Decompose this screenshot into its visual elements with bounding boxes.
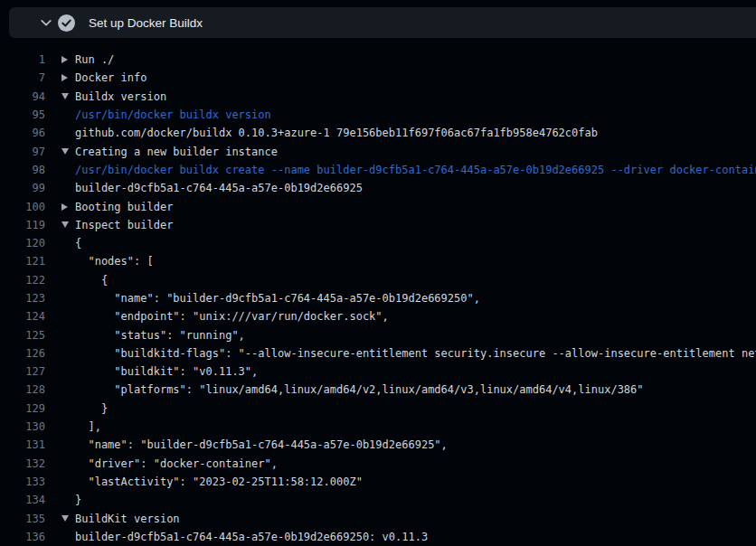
line-content: "buildkitd-flags": "--allow-insecure-ent… bbox=[61, 347, 756, 360]
log-group-header[interactable]: BuildKit version bbox=[61, 513, 180, 525]
line-number[interactable]: 136 bbox=[0, 531, 45, 543]
line-content: { bbox=[61, 237, 81, 249]
line-number[interactable]: 125 bbox=[0, 329, 45, 342]
log-line: 130 ], bbox=[0, 418, 756, 436]
group-expanded-icon bbox=[61, 148, 75, 155]
log-group-header[interactable]: Buildx version bbox=[61, 90, 166, 103]
line-content: "platforms": "linux/amd64,linux/amd64/v2… bbox=[61, 383, 644, 396]
log-line: 100 Booting builder bbox=[0, 197, 756, 215]
line-number[interactable]: 127 bbox=[0, 365, 45, 378]
line-number[interactable]: 98 bbox=[0, 164, 45, 176]
line-content: /usr/bin/docker buildx version bbox=[61, 108, 271, 121]
line-content: "name": "builder-d9cfb5a1-c764-445a-a57e… bbox=[61, 438, 448, 451]
log-group-header[interactable]: Run ./ bbox=[61, 53, 114, 66]
line-content: builder-d9cfb5a1-c764-445a-a57e-0b19d2e6… bbox=[61, 531, 428, 543]
log-line: 129 } bbox=[0, 400, 756, 418]
log-line: 136 builder-d9cfb5a1-c764-445a-a57e-0b19… bbox=[0, 528, 756, 546]
log-line: 97 Creating a new builder instance bbox=[0, 142, 756, 160]
line-number[interactable]: 7 bbox=[0, 71, 45, 84]
line-content: builder-d9cfb5a1-c764-445a-a57e-0b19d2e6… bbox=[61, 182, 363, 194]
line-number[interactable]: 129 bbox=[0, 402, 45, 415]
log-line: 94 Buildx version bbox=[0, 88, 756, 106]
log-line: 134 } bbox=[0, 491, 756, 509]
line-content: ], bbox=[61, 420, 101, 433]
line-content: /usr/bin/docker buildx create --name bui… bbox=[61, 164, 756, 176]
log-line: 121 "nodes": [ bbox=[0, 252, 756, 270]
log-line: 7 Docker info bbox=[0, 69, 756, 87]
line-number[interactable]: 1 bbox=[0, 53, 45, 66]
log-lines: 1 Run ./ 7 Docker info 94 Buildx version… bbox=[0, 43, 756, 546]
group-collapsed-icon bbox=[61, 74, 75, 81]
line-number[interactable]: 120 bbox=[0, 237, 45, 249]
line-number[interactable]: 97 bbox=[0, 146, 45, 158]
group-title: Creating a new builder instance bbox=[75, 146, 278, 158]
log-group-header[interactable]: Creating a new builder instance bbox=[61, 146, 278, 158]
line-content: "lastActivity": "2023-02-25T11:58:12.000… bbox=[61, 475, 363, 488]
group-title: Buildx version bbox=[75, 90, 166, 103]
line-number[interactable]: 95 bbox=[0, 108, 45, 121]
line-number[interactable]: 123 bbox=[0, 292, 45, 305]
log-line: 99 builder-d9cfb5a1-c764-445a-a57e-0b19d… bbox=[0, 179, 756, 197]
log-line: 124 "endpoint": "unix:///var/run/docker.… bbox=[0, 307, 756, 325]
line-number[interactable]: 99 bbox=[0, 182, 45, 194]
line-number[interactable]: 130 bbox=[0, 420, 45, 433]
log-line: 126 "buildkitd-flags": "--allow-insecure… bbox=[0, 344, 756, 362]
line-number[interactable]: 94 bbox=[0, 90, 45, 103]
line-number[interactable]: 132 bbox=[0, 457, 45, 470]
group-expanded-icon bbox=[61, 515, 75, 522]
group-collapsed-icon bbox=[61, 56, 75, 63]
log-line: 127 "buildkit": "v0.11.3", bbox=[0, 362, 756, 381]
line-content: "status": "running", bbox=[61, 329, 245, 342]
log-line: 135 BuildKit version bbox=[0, 509, 756, 527]
log-line: 96 github.com/docker/buildx 0.10.3+azure… bbox=[0, 124, 756, 142]
group-expanded-icon bbox=[61, 221, 75, 228]
line-content: { bbox=[61, 274, 108, 287]
log-line: 132 "driver": "docker-container", bbox=[0, 455, 756, 473]
chevron-down-icon[interactable] bbox=[40, 16, 52, 29]
log-group-header[interactable]: Booting builder bbox=[61, 201, 173, 213]
log-line: 128 "platforms": "linux/amd64,linux/amd6… bbox=[0, 381, 756, 399]
line-number[interactable]: 122 bbox=[0, 274, 45, 287]
line-content: "endpoint": "unix:///var/run/docker.sock… bbox=[61, 310, 389, 323]
line-content: github.com/docker/buildx 0.10.3+azure-1 … bbox=[61, 127, 598, 139]
log-line: 119 Inspect builder bbox=[0, 216, 756, 234]
line-content: "nodes": [ bbox=[61, 255, 154, 268]
log-line: 120 { bbox=[0, 234, 756, 252]
group-expanded-icon bbox=[61, 93, 75, 99]
log-line: 125 "status": "running", bbox=[0, 325, 756, 344]
line-number[interactable]: 126 bbox=[0, 347, 45, 360]
log-line: 133 "lastActivity": "2023-02-25T11:58:12… bbox=[0, 473, 756, 491]
line-content: } bbox=[61, 494, 81, 506]
group-title: Inspect builder bbox=[75, 219, 173, 231]
log-line: 1 Run ./ bbox=[0, 51, 756, 69]
line-content: "driver": "docker-container", bbox=[61, 457, 278, 470]
group-title: BuildKit version bbox=[75, 513, 180, 525]
line-number[interactable]: 128 bbox=[0, 383, 45, 396]
group-title: Run ./ bbox=[75, 53, 114, 66]
line-number[interactable]: 131 bbox=[0, 438, 45, 451]
line-content: } bbox=[61, 402, 108, 415]
line-number[interactable]: 133 bbox=[0, 475, 45, 488]
log-line: 122 { bbox=[0, 271, 756, 289]
log-line: 98 /usr/bin/docker buildx create --name … bbox=[0, 161, 756, 179]
line-number[interactable]: 124 bbox=[0, 310, 45, 323]
line-number[interactable]: 121 bbox=[0, 255, 45, 268]
line-number[interactable]: 134 bbox=[0, 494, 45, 506]
line-number[interactable]: 119 bbox=[0, 219, 45, 231]
success-check-icon bbox=[58, 14, 75, 32]
log-group-header[interactable]: Docker info bbox=[61, 71, 146, 84]
step-title: Set up Docker Buildx bbox=[89, 16, 203, 30]
line-number[interactable]: 96 bbox=[0, 127, 45, 139]
line-content: "name": "builder-d9cfb5a1-c764-445a-a57e… bbox=[61, 292, 480, 305]
step-header[interactable]: Set up Docker Buildx bbox=[9, 7, 756, 38]
log-line: 123 "name": "builder-d9cfb5a1-c764-445a-… bbox=[0, 289, 756, 307]
line-content: "buildkit": "v0.11.3", bbox=[61, 365, 258, 378]
log-line: 131 "name": "builder-d9cfb5a1-c764-445a-… bbox=[0, 436, 756, 454]
group-title: Booting builder bbox=[75, 201, 173, 213]
group-title: Docker info bbox=[75, 71, 146, 84]
log-group-header[interactable]: Inspect builder bbox=[61, 219, 173, 231]
group-collapsed-icon bbox=[61, 203, 75, 211]
line-number[interactable]: 100 bbox=[0, 201, 45, 213]
line-number[interactable]: 135 bbox=[0, 513, 45, 525]
log-line: 95 /usr/bin/docker buildx version bbox=[0, 106, 756, 124]
